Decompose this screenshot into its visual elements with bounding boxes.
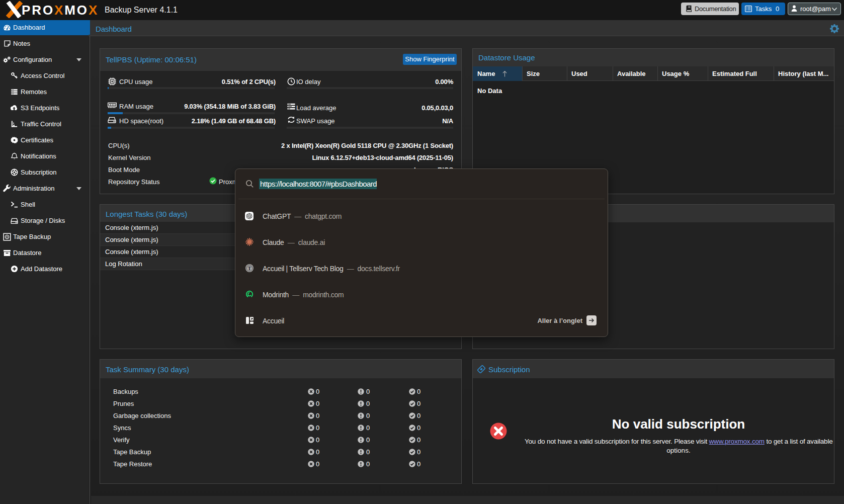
svg-text:T: T — [247, 266, 251, 271]
